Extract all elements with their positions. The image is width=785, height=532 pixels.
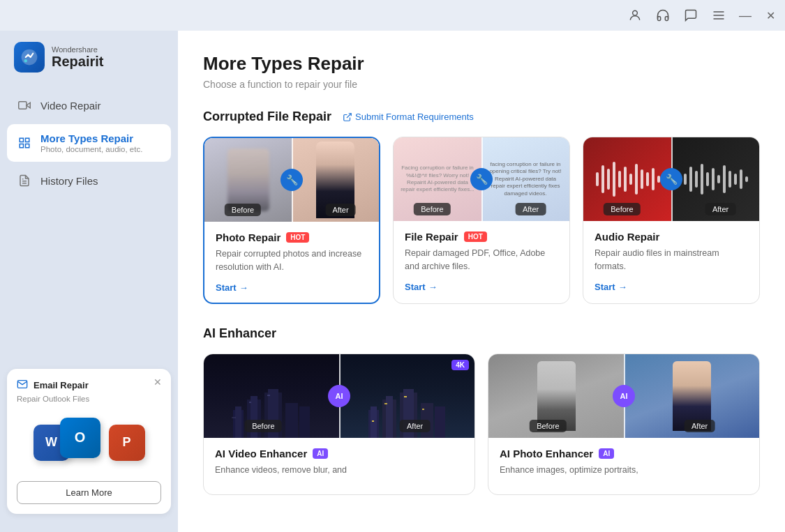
file-repair-card[interactable]: Facing corruption or failure in %&!@*# f…	[393, 137, 570, 304]
corrupted-file-repair-header: Corrupted File Repair Submit Format Requ…	[203, 109, 760, 124]
sidebar-item-sub-more: Photo, document, audio, etc.	[40, 145, 142, 153]
file-repair-desc: Repair damaged PDF, Office, Adobe and ar…	[405, 247, 558, 273]
svg-rect-47	[232, 417, 236, 418]
logo-brand: Wondershare	[52, 45, 103, 54]
ai-photo-enhancer-card[interactable]: AI Before After AI Photo Enhancer AI Enh…	[488, 354, 760, 496]
before-label: Before	[225, 204, 261, 216]
ai-video-title: AI Video Enhancer	[215, 448, 307, 459]
svg-rect-10	[20, 144, 23, 148]
sidebar-item-more-types-repair[interactable]: More Types Repair Photo, document, audio…	[7, 124, 171, 162]
file-repair-tool-icon: 🔧	[470, 168, 493, 190]
app-logo	[14, 42, 45, 73]
svg-rect-45	[285, 403, 298, 438]
corrupted-file-repair-cards: 🔧 Before After Photo Repair HOT Repair c…	[203, 137, 760, 304]
nav-items: Video Repair More Types Repair Photo, do…	[0, 89, 178, 362]
svg-rect-32	[712, 168, 715, 190]
audio-repair-card[interactable]: 🔧 Before After Audio Repair Repair audio…	[583, 137, 760, 304]
svg-point-0	[633, 10, 638, 15]
svg-rect-57	[435, 406, 445, 438]
hot-badge: HOT	[286, 232, 309, 243]
svg-rect-19	[618, 171, 621, 188]
file-repair-start[interactable]: Start →	[405, 282, 558, 292]
audio-repair-start[interactable]: Start →	[595, 282, 748, 292]
close-button[interactable]: ✕	[764, 9, 777, 22]
file-repair-image: Facing corruption or failure in %&!@*# f…	[394, 137, 569, 221]
headset-icon[interactable]	[655, 8, 671, 23]
svg-rect-33	[717, 175, 720, 183]
svg-rect-40	[235, 406, 241, 438]
sidebar-item-text-more: More Types Repair Photo, document, audio…	[40, 132, 142, 153]
ai-video-enhancer-card[interactable]: AI 4K Before After AI Video Enhancer AI …	[203, 354, 475, 496]
svg-rect-21	[629, 174, 632, 185]
audio-repair-image: 🔧 Before After	[583, 137, 759, 221]
minimize-button[interactable]: —	[739, 9, 752, 22]
video-after-label: After	[400, 420, 430, 432]
page-title: More Types Repair	[203, 53, 760, 75]
svg-rect-29	[695, 171, 698, 188]
svg-rect-31	[706, 172, 709, 186]
ai-enhancer-title: AI Enhancer	[203, 326, 276, 341]
email-card-close-button[interactable]: ✕	[151, 376, 164, 388]
email-card-title: Email Repair	[33, 380, 89, 390]
svg-rect-35	[728, 171, 731, 188]
sidebar-item-label-history: History Files	[40, 175, 98, 187]
svg-point-5	[24, 59, 27, 62]
video-icon	[17, 98, 32, 113]
ai-photo-image: AI Before After	[488, 354, 759, 438]
svg-rect-25	[652, 168, 655, 190]
svg-rect-23	[641, 169, 643, 189]
email-repair-card: ✕ Email Repair Repair Outlook Files W O	[7, 369, 171, 514]
chat-icon[interactable]	[683, 8, 698, 23]
photo-repair-desc: Repair corrupted photos and increase res…	[216, 248, 368, 274]
ai-video-ai-icon: AI	[328, 385, 350, 407]
svg-rect-51	[371, 406, 377, 438]
ai-badge-video: AI	[313, 448, 328, 459]
photo-repair-start[interactable]: Start →	[216, 282, 368, 293]
sidebar-item-history-files[interactable]: History Files	[7, 165, 171, 197]
user-icon[interactable]	[627, 8, 643, 23]
audio-repair-tool-icon: 🔧	[660, 168, 682, 190]
svg-rect-48	[249, 402, 251, 403]
sidebar-item-video-repair[interactable]: Video Repair	[7, 89, 171, 121]
4k-badge: 4K	[451, 360, 469, 370]
svg-rect-11	[26, 144, 29, 148]
svg-rect-15	[596, 172, 599, 186]
ai-video-title-row: AI Video Enhancer AI	[215, 448, 463, 459]
video-before-label: Before	[245, 420, 281, 432]
ai-photo-title: AI Photo Enhancer	[500, 448, 593, 459]
list-icon[interactable]	[711, 8, 726, 23]
svg-rect-59	[384, 403, 387, 404]
svg-rect-38	[745, 176, 748, 182]
email-card-subtitle: Repair Outlook Files	[17, 395, 161, 403]
photo-repair-card[interactable]: 🔧 Before After Photo Repair HOT Repair c…	[203, 137, 380, 304]
svg-rect-49	[267, 395, 270, 396]
audio-repair-desc: Repair audio files in mainstream formats…	[595, 247, 748, 273]
logo-name: Repairit	[52, 54, 103, 69]
email-icon	[17, 379, 28, 392]
titlebar: — ✕	[0, 0, 785, 31]
file-repair-title: File Repair	[405, 231, 458, 243]
repair-tool-icon: 🔧	[281, 169, 303, 191]
svg-rect-61	[422, 409, 424, 410]
submit-format-link[interactable]: Submit Format Requirements	[343, 112, 474, 122]
learn-more-button[interactable]: Learn More	[17, 481, 161, 504]
photo-enh-after-label: After	[685, 420, 715, 432]
after-label: After	[325, 204, 355, 216]
file-after-label: After	[516, 203, 546, 215]
svg-rect-20	[624, 167, 627, 192]
audio-after-label: After	[705, 203, 735, 215]
svg-rect-60	[404, 396, 407, 397]
logo-area: Wondershare Repairit	[0, 42, 178, 89]
svg-rect-8	[20, 138, 23, 142]
svg-rect-46	[299, 406, 310, 438]
svg-rect-16	[601, 165, 604, 193]
photo-repair-image: 🔧 Before After	[204, 138, 379, 222]
svg-rect-27	[684, 174, 687, 185]
svg-rect-18	[613, 162, 615, 197]
ai-enhancer-cards: AI 4K Before After AI Video Enhancer AI …	[203, 354, 760, 496]
svg-point-4	[22, 50, 38, 66]
svg-rect-22	[635, 164, 638, 195]
email-card-image: W O P	[17, 410, 161, 473]
audio-repair-title: Audio Repair	[595, 231, 659, 243]
file-hot-badge: HOT	[464, 231, 487, 242]
